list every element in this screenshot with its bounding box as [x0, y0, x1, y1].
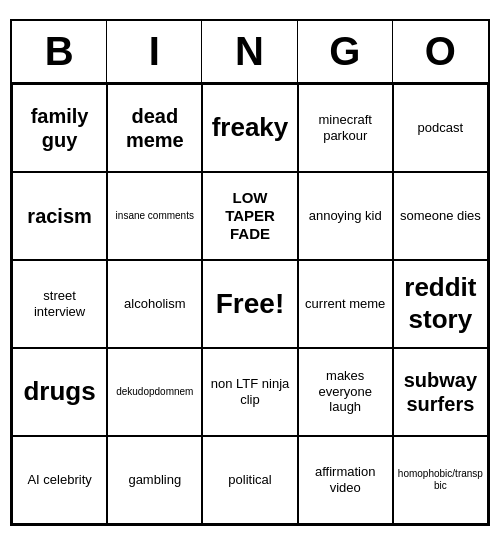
bingo-cell-17: non LTF ninja clip — [202, 348, 297, 436]
bingo-cell-19: subway surfers — [393, 348, 488, 436]
bingo-cell-20: AI celebrity — [12, 436, 107, 524]
header-letter-g: G — [298, 21, 393, 82]
bingo-cell-6: insane comments — [107, 172, 202, 260]
bingo-cell-2: freaky — [202, 84, 297, 172]
bingo-cell-22: political — [202, 436, 297, 524]
bingo-cell-24: homophobic/transpbic — [393, 436, 488, 524]
header-letter-n: N — [202, 21, 297, 82]
bingo-cell-12: Free! — [202, 260, 297, 348]
bingo-cell-8: annoying kid — [298, 172, 393, 260]
bingo-cell-16: dekudopdomnem — [107, 348, 202, 436]
bingo-card: BINGO family guydead memefreakyminecraft… — [10, 19, 490, 526]
bingo-cell-4: podcast — [393, 84, 488, 172]
bingo-cell-5: racism — [12, 172, 107, 260]
bingo-header: BINGO — [12, 21, 488, 84]
bingo-cell-3: minecraft parkour — [298, 84, 393, 172]
bingo-grid: family guydead memefreakyminecraft parko… — [12, 84, 488, 524]
header-letter-o: O — [393, 21, 488, 82]
bingo-cell-21: gambling — [107, 436, 202, 524]
header-letter-i: I — [107, 21, 202, 82]
bingo-cell-1: dead meme — [107, 84, 202, 172]
bingo-cell-18: makes everyone laugh — [298, 348, 393, 436]
bingo-cell-9: someone dies — [393, 172, 488, 260]
header-letter-b: B — [12, 21, 107, 82]
bingo-cell-14: reddit story — [393, 260, 488, 348]
bingo-cell-10: street interview — [12, 260, 107, 348]
bingo-cell-0: family guy — [12, 84, 107, 172]
bingo-cell-7: LOW TAPER FADE — [202, 172, 297, 260]
bingo-cell-23: affirmation video — [298, 436, 393, 524]
bingo-cell-13: current meme — [298, 260, 393, 348]
bingo-cell-11: alcoholism — [107, 260, 202, 348]
bingo-cell-15: drugs — [12, 348, 107, 436]
